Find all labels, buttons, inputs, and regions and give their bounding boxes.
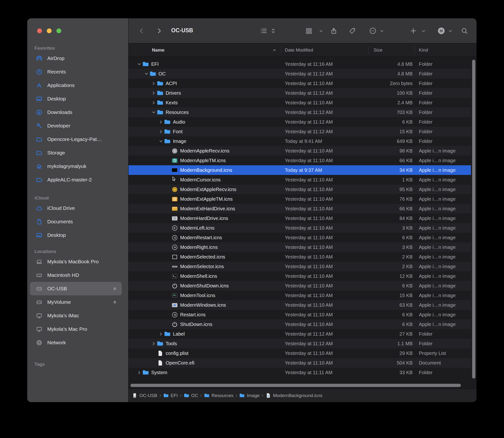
disclosure-closed-icon[interactable] [152,101,156,105]
sidebar-item-mykola-s-macbook-pro[interactable]: Mykola’s MacBook Pro [30,255,122,268]
disclosure-closed-icon[interactable] [152,81,156,85]
column-header-name[interactable]: Name [152,43,164,57]
sidebar-item-network[interactable]: Network [30,336,122,349]
sidebar-item-developer[interactable]: Developer [30,119,122,132]
list-item[interactable]: ResourcesYesterday at 11:12 AM703 KBFold… [128,108,471,117]
horizontal-scrollbar[interactable] [130,383,461,387]
column-divider[interactable] [281,46,281,54]
vertical-scrollbar[interactable] [472,59,476,379]
list-item[interactable]: OCYesterday at 11:12 AM4.8 MBFolder [128,69,471,78]
disclosure-open-icon[interactable] [159,139,163,143]
search-icon[interactable] [461,27,468,35]
list-item[interactable]: KextsYesterday at 11:10 AM2.4 MBFolder [128,98,471,108]
list-item[interactable]: OpenCore.efiYesterday at 11:10 AM504 KBD… [128,358,471,368]
more-chevron-down-icon[interactable] [379,27,384,35]
sidebar-item-mykolagrymalyuk[interactable]: mykolagrymalyuk [30,160,122,173]
list-item[interactable]: ModernShutDown.icnsYesterday at 11:10 AM… [128,281,471,291]
list-item[interactable]: ModernRight.icnsYesterday at 11:10 AM3 K… [128,242,471,252]
path-item-oc-usb[interactable]: OC-USB [132,393,157,398]
sidebar-item-oc-usb[interactable]: OC-USB [30,282,122,295]
sidebar-item-icloud-drive[interactable]: iCloud Drive [30,201,122,215]
disclosure-closed-icon[interactable] [159,130,163,133]
column-divider[interactable] [415,46,415,54]
list-item[interactable]: ModernShell.icnsYesterday at 11:10 AM12 … [128,271,471,281]
sidebar-item-downloads[interactable]: Downloads [30,106,122,119]
sidebar-item-mykola-s-imac[interactable]: Mykola’s iMac [30,309,122,322]
list-item[interactable]: ModernSelected.icnsYesterday at 11:10 AM… [128,252,471,262]
view-updown-chevrons-icon[interactable] [271,27,275,35]
sidebar-item-storage[interactable]: Storage [30,146,122,160]
sidebar-item-documents[interactable]: Documents [30,215,122,228]
path-item-oc[interactable]: OC [184,393,198,398]
sidebar-item-applealc-master-2[interactable]: AppleALC-master-2 [30,173,122,186]
column-header-kind[interactable]: Kind [419,43,428,57]
list-item[interactable]: LabelYesterday at 11:12 AM27 KBFolder [128,329,471,339]
list-item[interactable]: ModernBackground.icnsToday at 9:37 AM34 … [128,165,471,175]
path-item-image[interactable]: Image [239,393,260,398]
eject-icon[interactable] [112,286,117,291]
column-header-date-modified[interactable]: Date Modified [285,43,313,57]
list-item[interactable]: FontYesterday at 11:12 AM15 KBFolder [128,127,471,136]
sidebar-item-recents[interactable]: Recents [30,65,122,78]
group-icon[interactable] [305,27,313,35]
list-item[interactable]: EFIYesterday at 11:16 AM4.8 MBFolder [128,59,471,69]
list-item[interactable]: ModernLeft.icnsYesterday at 11:10 AM3 KB… [128,223,471,233]
list-item[interactable]: AudioYesterday at 11:12 AM6 KBFolder [128,117,471,127]
sidebar-item-applications[interactable]: Applications [30,78,122,92]
account-avatar[interactable]: M [437,27,445,35]
list-item[interactable]: DriversYesterday at 11:12 AM100 KBFolder [128,88,471,98]
list-item[interactable]: ModernExtAppleRecv.icnsYesterday at 11:1… [128,185,471,194]
list-item[interactable]: Restart.icnsYesterday at 11:10 AM6 KBApp… [128,310,471,319]
path-item-efi[interactable]: EFI [163,393,178,398]
forward-button[interactable] [155,27,163,35]
list-item[interactable]: ModernSelector.icnsYesterday at 11:10 AM… [128,262,471,271]
disclosure-open-icon[interactable] [137,62,141,66]
disclosure-closed-icon[interactable] [159,332,163,336]
disclosure-closed-icon[interactable] [152,91,156,95]
list-item[interactable]: ModernAppleTM.icnsYesterday at 11:10 AM6… [128,156,471,165]
disclosure-closed-icon[interactable] [137,371,141,374]
sidebar-item-mykola-s-mac-pro[interactable]: Mykola’s Mac Pro [30,322,122,336]
disclosure-closed-icon[interactable] [159,120,163,124]
list-item[interactable]: ModernRestart.icnsYesterday at 11:10 AM6… [128,233,471,242]
more-actions-icon[interactable] [369,27,377,35]
sidebar-item-myvolume[interactable]: MyVolume [30,295,122,309]
minimize-button[interactable] [47,28,52,33]
list-item[interactable]: SystemYesterday at 11:11 AM33 KBFolder [128,368,471,377]
path-item-resources[interactable]: Resources [204,393,233,398]
tag-icon[interactable] [348,27,356,35]
list-item[interactable]: ModernExtHardDrive.icnsYesterday at 11:1… [128,204,471,213]
share-icon[interactable] [330,27,338,35]
new-folder-plus-icon[interactable] [410,27,417,35]
column-header-size[interactable]: Size [374,43,382,57]
list-item[interactable]: ShutDown.icnsYesterday at 11:10 AM6 KBAp… [128,319,471,329]
account-chevron-down-icon[interactable] [448,27,452,35]
sidebar-item-opencore-legacy-pat[interactable]: Opencore-Legacy-Pat… [30,132,122,146]
plus-chevron-down-icon[interactable] [421,27,426,35]
back-button[interactable] [138,27,145,35]
list-item[interactable]: ModernExtAppleTM.icnsYesterday at 11:10 … [128,194,471,204]
close-button[interactable] [37,28,42,33]
disclosure-open-icon[interactable] [144,72,148,76]
zoom-button[interactable] [57,28,61,33]
group-chevron-down-icon[interactable] [319,27,323,35]
column-divider[interactable] [368,46,369,54]
list-item[interactable]: config.plistYesterday at 11:10 AM29 KBPr… [128,348,471,358]
list-item[interactable]: ModernAppleRecv.icnsYesterday at 11:10 A… [128,146,471,156]
list-item[interactable]: ModernCursor.icnsYesterday at 11:10 AM1 … [128,175,471,185]
list-item[interactable]: ACPIYesterday at 11:10 AMZero bytesFolde… [128,78,471,88]
list-item[interactable]: ModernHardDrive.icnsYesterday at 11:10 A… [128,213,471,223]
list-item[interactable]: ImageToday at 9:41 AM649 KBFolder [128,136,471,146]
list-item[interactable]: ModernTool.icnsYesterday at 11:10 AM15 K… [128,291,471,300]
path-item-modernbackground-icns[interactable]: ModernBackground.icns [265,393,322,398]
sidebar-item-airdrop[interactable]: AirDrop [30,52,122,65]
list-item[interactable]: ModernWindows.icnsYesterday at 11:10 AM6… [128,300,471,310]
eject-icon[interactable] [112,299,117,305]
list-item[interactable]: ToolsYesterday at 11:12 AM1.1 MBFolder [128,339,471,348]
view-list-icon[interactable] [260,27,267,35]
sidebar-item-desktop[interactable]: Desktop [30,228,122,242]
disclosure-open-icon[interactable] [152,110,156,114]
sidebar-item-desktop[interactable]: Desktop [30,92,122,106]
disclosure-closed-icon[interactable] [152,342,156,345]
sidebar-item-macintosh-hd[interactable]: Macintosh HD [30,268,122,282]
